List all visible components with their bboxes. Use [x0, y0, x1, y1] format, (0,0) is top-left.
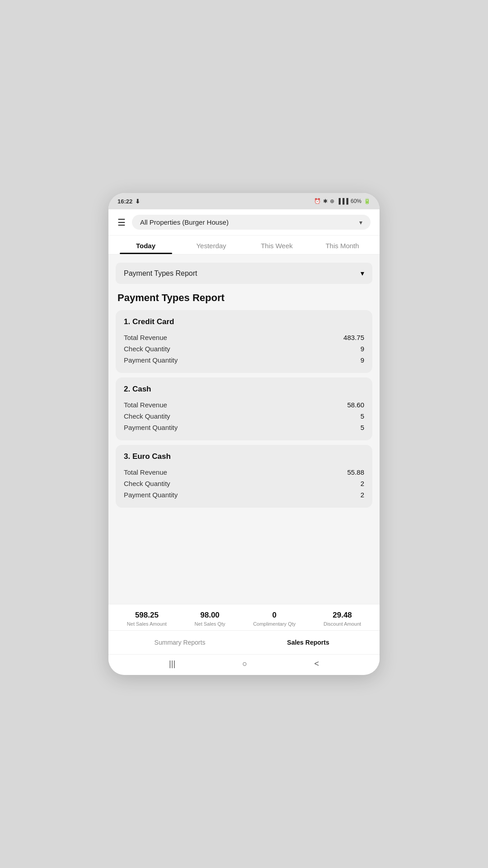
tab-yesterday[interactable]: Yesterday — [178, 236, 244, 254]
net-sales-qty-label: Net Sales Qty — [195, 621, 225, 627]
report-selector-dropdown[interactable]: Payment Types Report ▾ — [116, 263, 372, 284]
cash-check-quantity-value: 5 — [361, 412, 364, 420]
euro-cash-check-quantity-label: Check Quantity — [124, 480, 170, 487]
euro-cash-total-revenue-value: 55.88 — [347, 468, 364, 476]
summary-net-sales-amount: 598.25 Net Sales Amount — [127, 611, 167, 627]
credit-card-total-revenue-label: Total Revenue — [124, 334, 167, 341]
payment-method-title-euro-cash: 3. Euro Cash — [124, 452, 364, 461]
euro-cash-payment-quantity-row: Payment Quantity 2 — [124, 489, 364, 500]
tab-sales-reports[interactable]: Sales Reports — [244, 634, 372, 648]
credit-card-payment-quantity-label: Payment Quantity — [124, 356, 178, 364]
summary-discount-amount: 29.48 Discount Amount — [324, 611, 361, 627]
alarm-icon: ⏰ — [314, 198, 321, 204]
payment-card-cash: 2. Cash Total Revenue 58.60 Check Quanti… — [116, 377, 372, 440]
main-content: Payment Types Report ▾ Payment Types Rep… — [108, 255, 380, 604]
property-selector-label: All Properties (Burger House) — [140, 218, 229, 226]
payment-method-title-credit-card: 1. Credit Card — [124, 317, 364, 326]
android-home-button[interactable]: ○ — [242, 659, 247, 669]
credit-card-total-revenue-row: Total Revenue 483.75 — [124, 332, 364, 343]
download-icon: ⬇ — [135, 198, 140, 205]
time-display: 16:22 — [117, 198, 132, 205]
status-bar-time: 16:22 ⬇ — [117, 198, 140, 205]
signal-icon: ▐▐▐ — [337, 198, 348, 204]
top-nav: ☰ All Properties (Burger House) ▾ — [108, 209, 380, 236]
complimentary-qty-value: 0 — [272, 611, 276, 620]
complimentary-qty-label: Complimentary Qty — [253, 621, 296, 627]
summary-complimentary-qty: 0 Complimentary Qty — [253, 611, 296, 627]
bottom-nav-tabs: Summary Reports Sales Reports — [116, 634, 372, 648]
euro-cash-check-quantity-row: Check Quantity 2 — [124, 478, 364, 489]
credit-card-payment-quantity-value: 9 — [361, 356, 364, 364]
property-selector[interactable]: All Properties (Burger House) ▾ — [132, 215, 371, 230]
net-sales-amount-value: 598.25 — [135, 611, 159, 620]
cash-total-revenue-value: 58.60 — [347, 401, 364, 409]
wifi-icon: ⊕ — [330, 198, 334, 204]
android-nav-bar: ||| ○ < — [108, 654, 380, 675]
euro-cash-total-revenue-label: Total Revenue — [124, 468, 167, 476]
tab-summary-reports[interactable]: Summary Reports — [116, 634, 244, 648]
credit-card-check-quantity-row: Check Quantity 9 — [124, 343, 364, 354]
euro-cash-total-revenue-row: Total Revenue 55.88 — [124, 467, 364, 478]
cash-check-quantity-label: Check Quantity — [124, 412, 170, 420]
cash-check-quantity-row: Check Quantity 5 — [124, 410, 364, 422]
credit-card-payment-quantity-row: Payment Quantity 9 — [124, 354, 364, 366]
payment-method-title-cash: 2. Cash — [124, 385, 364, 394]
discount-amount-value: 29.48 — [333, 611, 352, 620]
summary-net-sales-qty: 98.00 Net Sales Qty — [195, 611, 225, 627]
battery-icon: 🔋 — [364, 198, 371, 204]
bluetooth-icon: ✱ — [323, 198, 328, 204]
battery-display: 60% — [351, 198, 361, 204]
android-back-button[interactable]: < — [314, 659, 319, 669]
payment-methods-list: 1. Credit Card Total Revenue 483.75 Chec… — [116, 310, 372, 508]
report-title: Payment Types Report — [116, 292, 372, 304]
payment-card-credit-card: 1. Credit Card Total Revenue 483.75 Chec… — [116, 310, 372, 373]
cash-total-revenue-label: Total Revenue — [124, 401, 167, 409]
phone-frame: 16:22 ⬇ ⏰ ✱ ⊕ ▐▐▐ 60% 🔋 ☰ All Properties… — [108, 193, 380, 675]
chevron-down-icon: ▾ — [359, 219, 362, 226]
status-bar: 16:22 ⬇ ⏰ ✱ ⊕ ▐▐▐ 60% 🔋 — [108, 193, 380, 209]
credit-card-check-quantity-value: 9 — [361, 345, 364, 353]
content-spacer — [116, 512, 372, 548]
status-bar-icons: ⏰ ✱ ⊕ ▐▐▐ 60% 🔋 — [314, 198, 371, 204]
cash-payment-quantity-row: Payment Quantity 5 — [124, 422, 364, 433]
payment-card-euro-cash: 3. Euro Cash Total Revenue 55.88 Check Q… — [116, 445, 372, 508]
bottom-nav: Summary Reports Sales Reports — [108, 630, 380, 654]
hamburger-menu-icon[interactable]: ☰ — [117, 217, 126, 228]
net-sales-amount-label: Net Sales Amount — [127, 621, 167, 627]
tab-today[interactable]: Today — [113, 236, 178, 254]
android-menu-button[interactable]: ||| — [169, 659, 175, 669]
euro-cash-payment-quantity-label: Payment Quantity — [124, 491, 178, 499]
date-tabs: Today Yesterday This Week This Month — [108, 236, 380, 255]
summary-bar: 598.25 Net Sales Amount 98.00 Net Sales … — [108, 604, 380, 630]
cash-payment-quantity-label: Payment Quantity — [124, 424, 178, 431]
euro-cash-payment-quantity-value: 2 — [361, 491, 364, 499]
discount-amount-label: Discount Amount — [324, 621, 361, 627]
report-dropdown-icon: ▾ — [361, 269, 364, 278]
tab-this-week[interactable]: This Week — [244, 236, 310, 254]
report-selector-label: Payment Types Report — [124, 269, 197, 278]
tab-this-month[interactable]: This Month — [310, 236, 375, 254]
cash-total-revenue-row: Total Revenue 58.60 — [124, 399, 364, 410]
cash-payment-quantity-value: 5 — [361, 424, 364, 431]
credit-card-check-quantity-label: Check Quantity — [124, 345, 170, 353]
net-sales-qty-value: 98.00 — [200, 611, 220, 620]
credit-card-total-revenue-value: 483.75 — [343, 334, 364, 341]
euro-cash-check-quantity-value: 2 — [361, 480, 364, 487]
